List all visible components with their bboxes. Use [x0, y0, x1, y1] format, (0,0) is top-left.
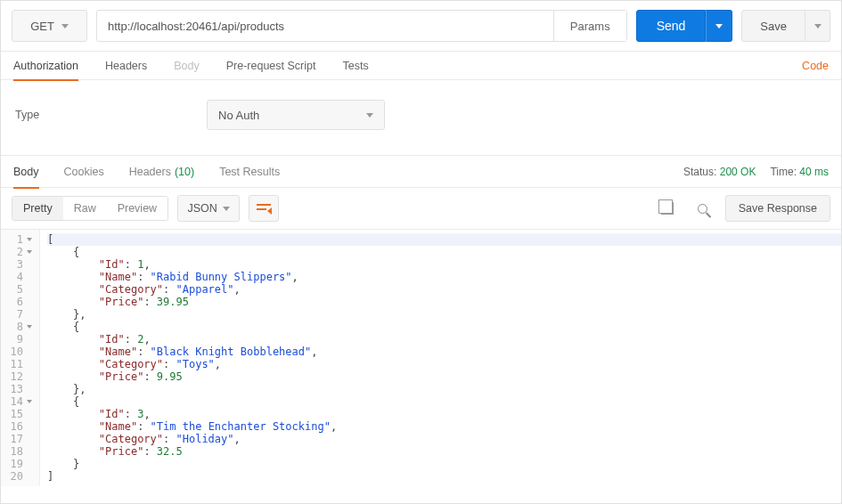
search-icon [698, 204, 707, 214]
code-line: "Category": "Apparel", [47, 283, 841, 296]
send-group: Send [636, 10, 733, 42]
url-input[interactable] [97, 20, 553, 33]
fold-icon[interactable] [27, 250, 32, 254]
line-number: 4 [1, 271, 36, 283]
resp-tab-headers[interactable]: Headers (10) [129, 156, 194, 188]
chevron-down-icon [366, 113, 373, 118]
code-line: { [47, 246, 841, 258]
chevron-down-icon [715, 24, 723, 28]
save-button[interactable]: Save [741, 10, 805, 42]
wrap-icon [257, 202, 271, 215]
line-number: 20 [1, 470, 36, 483]
http-method-value: GET [30, 20, 54, 33]
line-number: 19 [1, 458, 36, 470]
line-number: 18 [1, 445, 36, 458]
code-line: }, [47, 308, 841, 321]
response-tabs: Body Cookies Headers (10) Test Results S… [1, 156, 841, 188]
tab-tests[interactable]: Tests [342, 52, 368, 80]
save-group: Save [741, 10, 830, 42]
view-mode-preview[interactable]: Preview [107, 197, 168, 220]
code-line: [ [47, 233, 841, 246]
chevron-down-icon [61, 24, 69, 28]
tab-headers[interactable]: Headers [105, 52, 147, 80]
chevron-down-icon [814, 24, 822, 28]
line-number: 11 [1, 358, 36, 370]
url-wrap: Params [96, 10, 627, 42]
line-number: 16 [1, 420, 36, 433]
format-value: JSON [187, 202, 217, 215]
resp-tab-headers-label: Headers [129, 166, 171, 178]
response-body-viewer: 1234567891011121314151617181920 [ { "Id"… [1, 230, 841, 486]
tab-authorization[interactable]: Authorization [13, 52, 78, 80]
code-content[interactable]: [ { "Id": 1, "Name": "Rabid Bunny Slippe… [40, 230, 841, 486]
view-mode-pretty[interactable]: Pretty [12, 197, 63, 220]
line-number[interactable]: 8 [1, 321, 36, 333]
send-dropdown[interactable] [706, 10, 732, 42]
code-line: { [47, 395, 841, 408]
request-tabs: Authorization Headers Body Pre-request S… [1, 52, 841, 80]
fold-icon[interactable] [27, 325, 32, 329]
response-status-area: Status: 200 OK Time: 40 ms [683, 166, 829, 178]
code-line: { [47, 321, 841, 333]
code-line: "Name": "Black Knight Bobblehead", [47, 345, 841, 358]
code-line: "Id": 3, [47, 408, 841, 420]
code-line: "Name": "Rabid Bunny Slippers", [47, 271, 841, 283]
line-number: 13 [1, 383, 36, 395]
code-line: "Price": 39.95 [47, 296, 841, 308]
http-method-select[interactable]: GET [12, 10, 87, 42]
code-line: "Category": "Toys", [47, 358, 841, 370]
fold-icon[interactable] [27, 400, 32, 403]
time-label: Time: 40 ms [770, 166, 829, 178]
code-line: "Id": 2, [47, 333, 841, 345]
resp-tab-body[interactable]: Body [13, 156, 39, 188]
auth-type-label: Type [15, 109, 207, 121]
line-number: 15 [1, 408, 36, 420]
resp-tab-cookies[interactable]: Cookies [64, 156, 104, 188]
time-value: 40 ms [799, 166, 829, 178]
code-line: "Name": "Tim the Enchanter Stocking", [47, 420, 841, 433]
chevron-down-icon [223, 207, 230, 211]
copy-button[interactable] [654, 195, 681, 222]
tab-body[interactable]: Body [174, 52, 200, 80]
code-line: ] [47, 470, 841, 483]
code-line: "Category": "Holiday", [47, 433, 841, 445]
line-number[interactable]: 1 [1, 233, 36, 246]
line-number[interactable]: 14 [1, 395, 36, 408]
resp-headers-count: (10) [175, 166, 194, 178]
save-dropdown[interactable] [805, 10, 830, 42]
line-number: 10 [1, 345, 36, 358]
line-number: 7 [1, 308, 36, 321]
line-number: 3 [1, 258, 36, 271]
view-mode-raw[interactable]: Raw [63, 197, 107, 220]
viewer-toolbar: Pretty Raw Preview JSON Save Response [1, 188, 841, 230]
request-bar: GET Params Send Save [1, 1, 841, 52]
status-value: 200 OK [720, 166, 756, 178]
tab-prerequest[interactable]: Pre-request Script [226, 52, 316, 80]
auth-type-value: No Auth [218, 109, 259, 122]
line-number-gutter: 1234567891011121314151617181920 [1, 230, 40, 486]
code-line: "Price": 32.5 [47, 445, 841, 458]
line-number: 17 [1, 433, 36, 445]
line-number[interactable]: 2 [1, 246, 36, 258]
fold-icon[interactable] [27, 238, 32, 241]
view-mode-group: Pretty Raw Preview [12, 196, 168, 221]
line-number: 5 [1, 283, 36, 296]
auth-panel: Type No Auth [1, 80, 841, 156]
format-select[interactable]: JSON [177, 195, 240, 222]
copy-icon [661, 202, 674, 215]
params-button[interactable]: Params [553, 11, 626, 41]
code-line: }, [47, 383, 841, 395]
search-button[interactable] [690, 195, 716, 222]
send-button[interactable]: Send [636, 10, 707, 42]
code-line: } [47, 458, 841, 470]
wrap-lines-button[interactable] [249, 195, 279, 222]
line-number: 9 [1, 333, 36, 345]
code-line: "Id": 1, [47, 258, 841, 271]
line-number: 6 [1, 296, 36, 308]
resp-tab-tests[interactable]: Test Results [219, 156, 280, 188]
code-link[interactable]: Code [802, 60, 829, 72]
code-line: "Price": 9.95 [47, 370, 841, 383]
auth-type-select[interactable]: No Auth [207, 100, 385, 130]
status-label: Status: 200 OK [683, 166, 756, 178]
save-response-button[interactable]: Save Response [725, 195, 830, 222]
